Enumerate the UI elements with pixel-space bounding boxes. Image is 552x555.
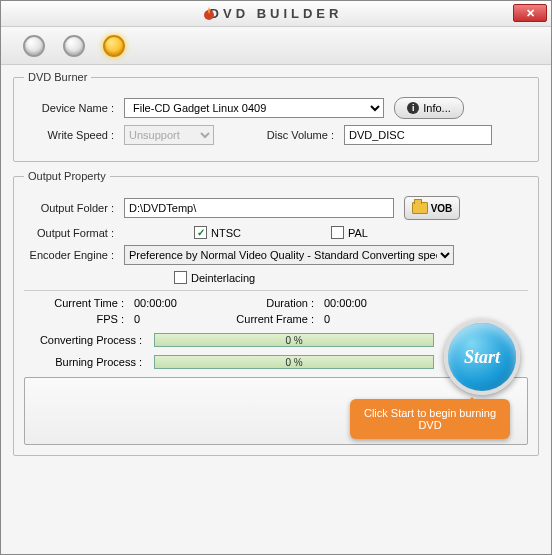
start-button-label: Start <box>464 347 500 368</box>
converting-process-label: Converting Process : <box>24 334 154 346</box>
output-property-group: Output Property Output Folder : VOB Outp… <box>13 170 539 456</box>
titlebar: DVD BUILDER ✕ <box>1 1 551 27</box>
vob-label: VOB <box>431 203 453 214</box>
burning-progress-bar: 0 % <box>154 355 434 369</box>
info-button[interactable]: i Info... <box>394 97 464 119</box>
current-frame-label: Current Frame : <box>224 313 324 325</box>
device-name-select[interactable]: File-CD Gadget Linux 0409 <box>124 98 384 118</box>
step-1-button[interactable] <box>23 35 45 57</box>
converting-progress-bar: 0 % <box>154 333 434 347</box>
output-folder-input[interactable] <box>124 198 394 218</box>
disc-volume-input[interactable] <box>344 125 492 145</box>
pal-label: PAL <box>348 227 368 239</box>
checkbox-icon <box>174 271 187 284</box>
deinterlacing-checkbox[interactable]: Deinterlacing <box>174 271 255 284</box>
deinterlacing-label: Deinterlacing <box>191 272 255 284</box>
write-speed-label: Write Speed : <box>24 129 124 141</box>
encoder-engine-select[interactable]: Preference by Normal Video Quality - Sta… <box>124 245 454 265</box>
device-name-label: Device Name : <box>24 102 124 114</box>
output-folder-label: Output Folder : <box>24 202 124 214</box>
duration-value: 00:00:00 <box>324 297 414 309</box>
checkbox-icon: ✓ <box>194 226 207 239</box>
fps-value: 0 <box>134 313 224 325</box>
duration-label: Duration : <box>224 297 324 309</box>
output-format-label: Output Format : <box>24 227 124 239</box>
current-time-label: Current Time : <box>34 297 134 309</box>
stats-section: Current Time : 00:00:00 Duration : 00:00… <box>24 290 528 445</box>
disc-volume-label: Disc Volume : <box>254 129 344 141</box>
encoder-engine-label: Encoder Engine : <box>24 249 124 261</box>
info-icon: i <box>407 102 419 114</box>
step-2-button[interactable] <box>63 35 85 57</box>
burning-process-label: Burning Process : <box>24 356 154 368</box>
ntsc-checkbox[interactable]: ✓ NTSC <box>194 226 241 239</box>
toolbar <box>1 27 551 65</box>
vob-button[interactable]: VOB <box>404 196 460 220</box>
converting-percent: 0 % <box>285 335 302 346</box>
current-time-value: 00:00:00 <box>134 297 224 309</box>
ntsc-label: NTSC <box>211 227 241 239</box>
content-area: DVD Burner Device Name : File-CD Gadget … <box>1 65 551 474</box>
dvd-burner-group: DVD Burner Device Name : File-CD Gadget … <box>13 71 539 162</box>
current-frame-value: 0 <box>324 313 414 325</box>
window-title: DVD BUILDER <box>210 6 343 21</box>
folder-icon <box>412 202 428 214</box>
close-button[interactable]: ✕ <box>513 4 547 22</box>
close-icon: ✕ <box>526 7 535 20</box>
dvd-burner-legend: DVD Burner <box>24 71 91 83</box>
burning-percent: 0 % <box>285 357 302 368</box>
burn-icon <box>201 5 217 23</box>
checkbox-icon <box>331 226 344 239</box>
start-button[interactable]: Start <box>444 319 520 395</box>
info-button-label: Info... <box>423 102 451 114</box>
fps-label: FPS : <box>34 313 134 325</box>
pal-checkbox[interactable]: PAL <box>331 226 368 239</box>
step-3-button[interactable] <box>103 35 125 57</box>
write-speed-select[interactable]: Unsupport <box>124 125 214 145</box>
start-tooltip: Click Start to begin burning DVD <box>350 399 510 439</box>
output-property-legend: Output Property <box>24 170 110 182</box>
dvd-builder-window: DVD BUILDER ✕ DVD Burner Device Name : F… <box>0 0 552 555</box>
